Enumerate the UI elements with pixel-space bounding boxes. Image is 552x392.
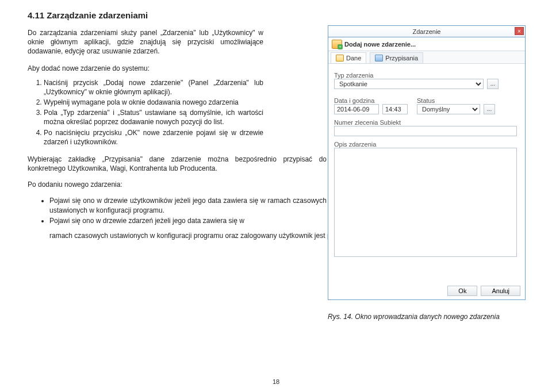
typ-browse-button[interactable]: ... bbox=[487, 79, 499, 89]
typ-zdarzenia-select[interactable]: Spotkanie bbox=[334, 79, 484, 89]
opis-zdarzenia-textarea[interactable] bbox=[334, 148, 517, 257]
toolbar-label[interactable]: Dodaj nowe zdarzenie... bbox=[344, 41, 416, 48]
list-item: Pojawi się ono w drzewie użytkowników je… bbox=[49, 196, 327, 214]
status-browse-button[interactable]: ... bbox=[484, 104, 495, 114]
close-button[interactable]: × bbox=[515, 27, 524, 35]
time-input[interactable] bbox=[382, 104, 408, 114]
dialog-titlebar: Zdarzenie × bbox=[328, 26, 525, 37]
label-data-godzina: Data i godzina bbox=[334, 97, 408, 104]
form-body: Typ zdarzenia Spotkanie ... Data i godzi… bbox=[328, 64, 525, 263]
list-item: Pola „Typ zdarzenia" i „Status" ustawian… bbox=[44, 108, 263, 126]
intro-paragraph: Do zarządzania zdarzeniami służy panel „… bbox=[28, 28, 263, 56]
label-typ-zdarzenia: Typ zdarzenia bbox=[334, 72, 519, 79]
dialog-button-bar: Ok Anuluj bbox=[447, 286, 520, 296]
status-select[interactable]: Domyślny bbox=[417, 104, 480, 114]
list-item: Pojawi się ono w drzewie zdarzeń jeżeli … bbox=[49, 216, 327, 225]
label-opis-zdarzenia: Opis zdarzenia bbox=[334, 141, 519, 148]
dialog-window: Zdarzenie × Dodaj nowe zdarzenie... Dane… bbox=[328, 25, 526, 300]
numer-zlecenia-input[interactable] bbox=[334, 126, 517, 136]
ok-button[interactable]: Ok bbox=[447, 286, 477, 296]
bullet-list: Pojawi się ono w drzewie użytkowników je… bbox=[28, 196, 327, 225]
assignment-icon bbox=[375, 55, 383, 62]
document-icon bbox=[336, 55, 344, 62]
cancel-button[interactable]: Anuluj bbox=[481, 286, 520, 296]
tab-label: Przypisania bbox=[385, 55, 418, 62]
paragraph: Wybierając zakładkę „Przypisania" dane z… bbox=[28, 155, 327, 173]
dialog-toolbar: Dodaj nowe zdarzenie... bbox=[328, 37, 525, 51]
dialog-title: Zdarzenie bbox=[413, 28, 441, 35]
tab-przypisania[interactable]: Przypisania bbox=[370, 52, 423, 63]
steps-list: Naciśnij przycisk „Dodaj nowe zdarzenie"… bbox=[28, 78, 263, 147]
tab-bar: Dane Przypisania bbox=[328, 51, 525, 64]
label-numer-zlecenia: Numer zlecenia Subiekt bbox=[334, 119, 519, 126]
list-item: Naciśnij przycisk „Dodaj nowe zdarzenie"… bbox=[44, 78, 263, 97]
paragraph: Po dodaniu nowego zdarzenia: bbox=[28, 180, 327, 189]
list-item: Wypełnij wymagane pola w oknie dodawania… bbox=[44, 98, 263, 107]
list-item: Po naciśnięciu przycisku „OK" nowe zdarz… bbox=[44, 128, 263, 147]
tab-label: Dane bbox=[346, 55, 361, 62]
section-heading: 4.11 Zarządzanie zdarzeniami bbox=[28, 10, 524, 20]
tab-dane[interactable]: Dane bbox=[331, 52, 366, 63]
page-number: 18 bbox=[0, 378, 552, 385]
add-event-icon[interactable] bbox=[332, 40, 342, 49]
label-status: Status bbox=[417, 97, 519, 104]
date-input[interactable] bbox=[334, 104, 379, 114]
figure-caption: Rys. 14. Okno wprowadzania danych nowego… bbox=[328, 313, 500, 321]
